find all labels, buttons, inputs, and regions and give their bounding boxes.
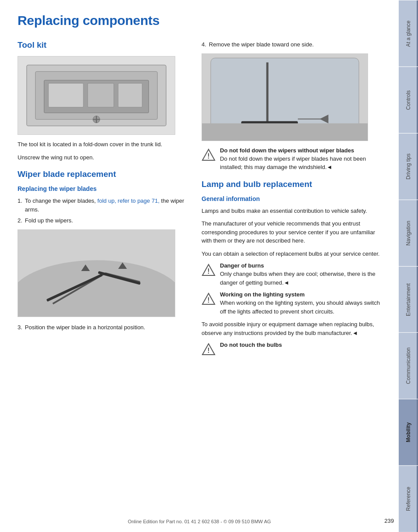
svg-rect-24	[202, 123, 368, 141]
lamp-subsection-title: General information	[202, 195, 386, 202]
wiper-step-3: 3. Position the wiper blade in a horizon…	[18, 323, 188, 332]
warning-no-blades: ! Do not fold down the wipers without wi…	[202, 147, 386, 172]
warning-icon-1: !	[202, 148, 216, 162]
tool-kit-image	[18, 56, 175, 135]
left-column: Tool kit T	[18, 40, 188, 361]
lamp-body1: Lamps and bulbs make an essential contri…	[202, 207, 386, 215]
svg-rect-5	[88, 83, 114, 107]
warning-burns-text: Only change bulbs when they are cool; ot…	[220, 270, 386, 287]
tab-mobility[interactable]: Mobility	[399, 399, 418, 465]
step3-text: Position the wiper blade in a horizontal…	[25, 323, 145, 332]
warning1-text: Do not fold down the wipers if wiper bla…	[220, 155, 386, 172]
warning-lighting-text: When working on the lighting system, you…	[220, 299, 386, 316]
step1-link[interactable]: fold up, refer to page 71,	[97, 197, 159, 204]
step-number-4: 4.	[202, 40, 206, 49]
step4-text: Remove the wiper blade toward one side.	[209, 40, 314, 49]
page-title: Replacing components	[18, 13, 386, 28]
wiper-removal-image	[202, 53, 368, 141]
svg-text:!: !	[207, 296, 209, 304]
warning-lighting-title: Working on the lighting system	[220, 291, 386, 298]
wiper-step-2: 2. Fold up the wipers.	[18, 216, 188, 225]
lamp-body4: To avoid possible injury or equipment da…	[202, 320, 386, 337]
step1-pre: To change the wiper blades,	[25, 197, 98, 204]
tool-kit-section-title: Tool kit	[18, 40, 188, 50]
warning-burns-title: Danger of burns	[220, 262, 386, 269]
warning-burns: ! Danger of burns Only change bulbs when…	[202, 262, 386, 287]
warning-icon-2: !	[202, 263, 216, 277]
tab-driving-tips[interactable]: Driving tips	[399, 133, 418, 200]
tab-communication[interactable]: Communication	[399, 332, 418, 399]
tab-at-a-glance[interactable]: At a glance	[399, 0, 418, 67]
svg-rect-4	[49, 83, 84, 107]
warning-lighting: ! Working on the lighting system When wo…	[202, 291, 386, 316]
step-number-1: 1.	[18, 197, 22, 214]
warning-icon-4: !	[202, 342, 216, 356]
warning1-title: Do not fold down the wipers without wipe…	[220, 147, 386, 154]
wiper-step-4: 4. Remove the wiper blade toward one sid…	[202, 40, 386, 49]
tab-entertainment[interactable]: Entertainment	[399, 266, 418, 333]
warning-touch-title: Do not touch the bulbs	[220, 342, 282, 348]
svg-rect-6	[118, 83, 142, 107]
tab-reference[interactable]: Reference	[399, 465, 418, 532]
svg-text:!: !	[207, 347, 209, 354]
lamp-body3: You can obtain a selection of replacemen…	[202, 250, 386, 258]
wiper-image	[18, 229, 175, 317]
svg-rect-19	[211, 58, 359, 132]
step-number-3: 3.	[18, 323, 22, 332]
lamp-body2: The manufacturer of your vehicle recomme…	[202, 219, 386, 245]
right-column: 4. Remove the wiper blade toward one sid…	[202, 40, 386, 361]
footer-text: Online Edition for Part no. 01 41 2 602 …	[0, 519, 399, 524]
lamp-section-title: Lamp and bulb replacement	[202, 180, 386, 189]
warning-icon-3: !	[202, 292, 216, 306]
svg-text:!: !	[207, 152, 209, 160]
wiper-step-1: 1. To change the wiper blades, fold up, …	[18, 197, 188, 214]
warning-touch-bulbs: ! Do not touch the bulbs	[202, 342, 386, 356]
tool-kit-body1: The tool kit is located in a fold-down c…	[18, 140, 188, 149]
wiper-blade-subsection-title: Replacing the wiper blades	[18, 185, 188, 192]
svg-text:!: !	[207, 268, 209, 275]
wiper-blade-section-title: Wiper blade replacement	[18, 169, 188, 179]
sidebar-tabs: At a glance Controls Driving tips Naviga…	[399, 0, 418, 532]
step-number-2: 2.	[18, 216, 22, 225]
tool-kit-body2: Unscrew the wing nut to open.	[18, 153, 188, 162]
tab-controls[interactable]: Controls	[399, 67, 418, 133]
page-number: 239	[384, 518, 394, 524]
tab-navigation[interactable]: Navigation	[399, 200, 418, 266]
step2-text: Fold up the wipers.	[25, 216, 73, 225]
